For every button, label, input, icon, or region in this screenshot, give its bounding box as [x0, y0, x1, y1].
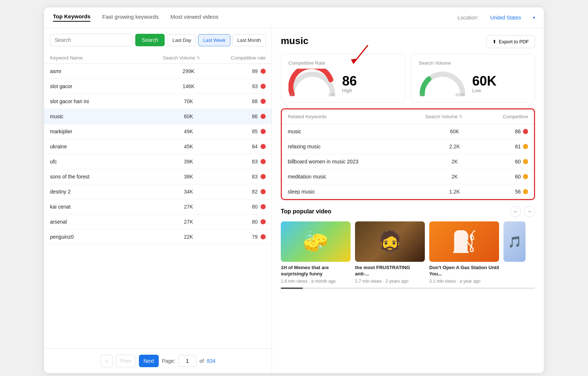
competitive-rate-label: Competitive Rate [288, 60, 325, 66]
search-volume-value: 39K [163, 159, 214, 164]
tab-most-viewed[interactable]: Most viewed videos [171, 14, 219, 21]
competitive-dot [261, 234, 266, 239]
related-sort-icon: ⇅ [459, 114, 462, 119]
related-dot [523, 174, 528, 179]
filter-buttons: Last Day Last Week Last Month [168, 34, 266, 46]
search-volume-value: 22K [163, 234, 214, 240]
tab-top-keywords[interactable]: Top Keywords [53, 13, 90, 22]
search-volume-value: 27K [163, 219, 214, 225]
table-row[interactable]: ufc 39K 83 [44, 154, 272, 169]
related-col-competitive: Competitive [484, 114, 528, 119]
page-number-input[interactable] [178, 355, 197, 367]
related-keyword-name: sleep music [288, 189, 425, 195]
related-volume: 2.2K [425, 144, 484, 149]
table-row[interactable]: asmr 299K 99 [44, 64, 272, 79]
keyword-name: slot gacor [50, 83, 163, 89]
table-row[interactable]: kai cenat 27K 80 [44, 199, 272, 214]
competitive-value: 99 [252, 68, 258, 74]
filter-last-week[interactable]: Last Week [198, 34, 230, 46]
related-keyword-name: meditation music [288, 174, 425, 180]
related-competitive-value: 61 [515, 144, 521, 149]
video-next-button[interactable]: → [524, 206, 535, 217]
tab-fast-growing[interactable]: Fast growing keywords [102, 14, 158, 21]
keyword-name: ukraine [50, 144, 163, 149]
location-value[interactable]: United States [490, 15, 521, 21]
keyword-name: arsenal [50, 219, 163, 225]
competitive-dot [261, 144, 266, 149]
table-row[interactable]: arsenal 27K 80 [44, 214, 272, 229]
col-keyword-name: Keyword Name [50, 55, 83, 61]
search-volume-value: 34K [163, 189, 214, 195]
video-scrollbar[interactable] [281, 288, 535, 289]
search-button[interactable]: Search [135, 34, 165, 46]
search-volume-sub: Low [472, 88, 496, 93]
related-dot [523, 144, 528, 149]
related-row[interactable]: meditation music 2K 60 [282, 169, 534, 184]
first-page-button[interactable]: « [100, 355, 113, 367]
video-meta: 3.1 mln views · a year ago [429, 279, 499, 284]
related-competitive-value: 60 [515, 159, 521, 164]
search-volume-value: 60K [163, 113, 214, 119]
chevron-down-icon[interactable]: ▾ [533, 15, 535, 20]
table-row[interactable]: markiplier 49K 85 [44, 124, 272, 139]
search-volume-value: 27K [163, 204, 214, 210]
video-card[interactable]: 🎵 [503, 221, 526, 284]
video-thumbnail: ⛽ [429, 221, 499, 262]
export-pdf-button[interactable]: ⬆ Export to PDF [486, 35, 535, 48]
related-dot [523, 189, 528, 194]
related-row[interactable]: music 60K 86 [282, 124, 534, 139]
competitive-dot [261, 189, 266, 194]
video-card[interactable]: 🧽 1H of Memes that are surprisingly funn… [281, 221, 351, 284]
filter-last-day[interactable]: Last Day [168, 34, 196, 46]
competitive-gauge-svg: 0 100 [288, 69, 336, 96]
table-row[interactable]: penguinz0 22K 79 [44, 229, 272, 245]
filter-last-month[interactable]: Last Month [233, 34, 266, 46]
video-card[interactable]: ⛽ Don't Open A Gas Station Until You... … [429, 221, 499, 284]
competitive-value: 86 [252, 113, 258, 119]
competitive-value: 80 [252, 204, 258, 210]
video-prev-button[interactable]: ← [510, 206, 521, 217]
video-card[interactable]: 🧔 the most FRUSTRATING anti-... 2.7 mln … [355, 221, 425, 284]
table-row[interactable]: slot gacor hari ini 70K 88 [44, 94, 272, 109]
keyword-name: asmr [50, 68, 163, 74]
related-keyword-name: music [288, 129, 425, 134]
table-row[interactable]: destiny 2 34K 82 [44, 184, 272, 199]
pagination: « Prev Next Page: of 834 [44, 348, 272, 373]
related-col-keyword: Related Keywords [288, 114, 425, 119]
export-label: Export to PDF [499, 39, 529, 44]
table-row[interactable]: sons of the forest 38K 83 [44, 169, 272, 184]
search-volume-label: Search Volume [419, 60, 451, 66]
related-row[interactable]: relaxing music 2.2K 61 [282, 139, 534, 154]
related-row[interactable]: sleep music 1.2K 56 [282, 184, 534, 199]
keyword-name: slot gacor hari ini [50, 98, 163, 104]
table-row[interactable]: ukraine 45K 84 [44, 139, 272, 154]
competitive-value: 80 [252, 219, 258, 225]
table-row[interactable]: slot gacor 146K 93 [44, 79, 272, 94]
search-input[interactable] [50, 34, 132, 46]
competitive-dot [261, 114, 266, 119]
competitive-dot [261, 159, 266, 164]
competitive-dot [261, 204, 266, 209]
search-volume-card: Search Volume 0 492K 60K Low [411, 54, 535, 102]
sort-icon[interactable]: ⇅ [197, 55, 200, 60]
video-thumbnail: 🎵 [503, 221, 526, 262]
keyword-name: kai cenat [50, 204, 163, 210]
related-dot [523, 129, 528, 134]
left-panel: Search Last Day Last Week Last Month Key… [44, 28, 272, 373]
prev-page-button[interactable]: Prev [116, 355, 136, 367]
competitive-value: 85 [252, 129, 258, 134]
col-search-volume: Search Volume [163, 55, 195, 61]
page-total: 834 [207, 358, 215, 364]
location-label: Location: [458, 15, 478, 21]
next-page-button[interactable]: Next [139, 355, 159, 367]
competitive-value: 79 [252, 234, 258, 240]
keyword-name: music [50, 113, 163, 119]
video-title: the most FRUSTRATING anti-... [355, 265, 425, 277]
competitive-value: 82 [252, 189, 258, 195]
gauge-row: Competitive Rate [281, 54, 535, 102]
related-row[interactable]: billboard women in music 2023 2K 60 [282, 154, 534, 169]
table-row[interactable]: music 60K 86 [44, 109, 272, 124]
related-volume: 1.2K [425, 189, 484, 195]
related-competitive-value: 60 [515, 174, 521, 180]
competitive-value: 84 [252, 144, 258, 149]
